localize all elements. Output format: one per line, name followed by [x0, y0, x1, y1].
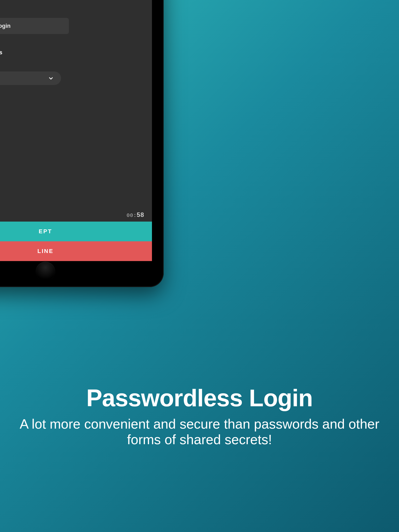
method-label: Method — [0, 63, 144, 68]
accept-label: EPT — [39, 228, 52, 235]
chevron-down-icon — [48, 75, 54, 82]
home-button[interactable] — [36, 262, 55, 281]
device-frame: gin lessage rd is requesting login ginat… — [0, 0, 164, 287]
marketing-subhead: A lot more convenient and secure than pa… — [16, 416, 383, 448]
decline-label: LINE — [37, 248, 54, 255]
origin-value: 90008, United States — [0, 49, 144, 56]
accept-button[interactable]: EPT — [0, 222, 152, 241]
origin-label: ginated near — [0, 41, 144, 46]
timer-prefix: 00: — [127, 212, 137, 218]
login-message: rd is requesting login — [0, 18, 69, 34]
page-title: gin — [0, 0, 144, 3]
app-screen: gin lessage rd is requesting login ginat… — [0, 0, 152, 261]
marketing-headline: Passwordless Login — [16, 384, 383, 412]
app-content: gin lessage rd is requesting login ginat… — [0, 0, 152, 211]
method-select[interactable] — [0, 71, 61, 85]
decline-button[interactable]: LINE — [0, 241, 152, 261]
marketing-block: Passwordless Login A lot more convenient… — [0, 384, 399, 448]
message-label: lessage — [0, 10, 144, 15]
countdown-timer: 00:58 — [0, 211, 152, 222]
timer-seconds: 58 — [137, 211, 144, 218]
